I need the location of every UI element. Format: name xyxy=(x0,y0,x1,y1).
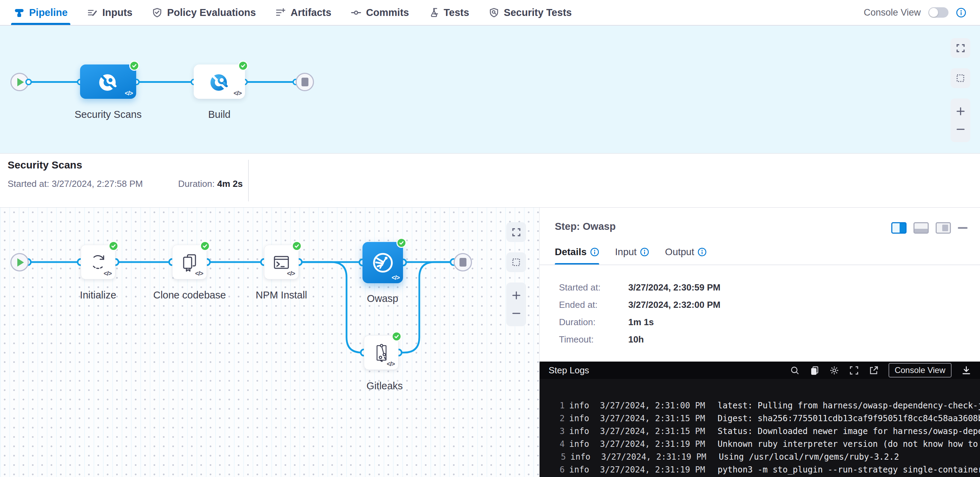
marquee-select-button[interactable] xyxy=(506,252,526,272)
tab-label: Security Tests xyxy=(504,7,572,18)
tab-inputs[interactable]: Inputs xyxy=(87,0,132,25)
log-message: Using /usr/local/rvm/gems/ruby-3.2.2 xyxy=(719,452,899,462)
log-message: python3 -m sto_plugin --run-strategy sin… xyxy=(718,465,980,475)
flask-icon xyxy=(428,7,439,18)
tab-label: Tests xyxy=(444,7,469,18)
log-timestamp: 3/27/2024, 2:31:15 PM xyxy=(600,413,705,423)
marquee-select-button[interactable] xyxy=(951,68,970,88)
step-node-initialize[interactable]: </> xyxy=(81,245,115,279)
open-in-new-icon[interactable] xyxy=(869,365,879,375)
check-icon xyxy=(394,334,399,339)
code-glyph: </> xyxy=(387,361,395,368)
info-icon[interactable] xyxy=(640,247,649,257)
top-nav: Pipeline Inputs Policy Evaluations xyxy=(0,0,980,26)
pipeline-icon xyxy=(14,7,25,18)
info-icon[interactable] xyxy=(698,247,706,257)
tab-label: Pipeline xyxy=(29,7,68,18)
fill xyxy=(900,223,905,233)
info-icon[interactable] xyxy=(956,8,966,18)
clone-codebase-icon xyxy=(180,252,199,272)
step-graph-canvas[interactable]: </> </> xyxy=(0,207,539,477)
zoom-in-icon[interactable] xyxy=(511,290,521,300)
check-icon xyxy=(294,243,299,249)
tab-tests[interactable]: Tests xyxy=(428,0,469,25)
step-label-npm-install: NPM Install xyxy=(240,289,323,301)
tab-label: Inputs xyxy=(102,7,132,18)
divider xyxy=(539,265,980,265)
zoom-in-icon[interactable] xyxy=(956,107,966,116)
console-view-button[interactable]: Console View xyxy=(889,363,951,378)
step-canvas-controls xyxy=(506,222,526,326)
step-label-initialize: Initialize xyxy=(56,289,140,301)
step-node-gitleaks[interactable]: </> xyxy=(364,335,399,370)
step-node-npm-install[interactable]: </> xyxy=(264,245,299,279)
zoom-out-icon[interactable] xyxy=(956,124,966,134)
tab-artifacts[interactable]: Artifacts xyxy=(275,0,331,25)
download-icon[interactable] xyxy=(961,365,971,375)
stage-end-node[interactable] xyxy=(453,253,472,271)
stage-start-node[interactable] xyxy=(10,253,29,271)
log-line: 4 info 3/27/2024, 2:31:19 PM Unknown rub… xyxy=(539,437,980,450)
tab-security-tests[interactable]: Security Tests xyxy=(488,0,572,25)
stage-node-security-scans[interactable]: </> xyxy=(80,64,136,99)
tab-label: Output xyxy=(665,246,694,258)
check-icon xyxy=(111,243,116,249)
tab-label: Commits xyxy=(366,7,409,18)
zoom-control xyxy=(951,99,970,142)
success-badge xyxy=(396,238,406,248)
detail-value: 10h xyxy=(628,334,721,345)
gitleaks-icon xyxy=(371,343,391,362)
view-floating-button[interactable] xyxy=(935,222,951,234)
tab-output[interactable]: Output xyxy=(665,246,706,264)
log-message: Digest: sha256:7755011cdb13caf9f95051f8c… xyxy=(718,413,980,423)
log-level: info xyxy=(569,413,589,423)
stop-icon xyxy=(460,258,466,266)
copy-icon[interactable] xyxy=(810,365,819,375)
tab-details[interactable]: Details xyxy=(555,246,599,264)
log-message: latest: Pulling from harness/owasp-depen… xyxy=(718,401,980,410)
code-glyph: </> xyxy=(287,270,295,277)
tab-label: Policy Evaluations xyxy=(167,7,256,18)
view-split-right-button[interactable] xyxy=(891,222,907,234)
code-glyph: </> xyxy=(234,90,242,97)
tab-policy-evaluations[interactable]: Policy Evaluations xyxy=(152,0,256,25)
log-timestamp: 3/27/2024, 2:31:00 PM xyxy=(600,401,705,410)
step-panel-tabs: Details Input Output xyxy=(555,246,706,264)
step-node-clone-codebase[interactable]: </> xyxy=(172,245,207,279)
settings-gear-icon[interactable] xyxy=(829,365,839,375)
fit-to-screen-button[interactable] xyxy=(951,38,970,58)
commit-icon xyxy=(351,7,361,18)
tab-label: Details xyxy=(555,246,587,258)
check-icon xyxy=(132,63,137,68)
console-view-toggle[interactable] xyxy=(928,7,948,18)
minimize-panel-button[interactable] xyxy=(958,227,967,229)
ci-stage-icon xyxy=(97,71,119,93)
tab-commits[interactable]: Commits xyxy=(351,0,409,25)
step-node-owasp[interactable]: </> xyxy=(363,242,403,283)
log-line-number: 3 xyxy=(560,426,565,436)
view-split-bottom-button[interactable] xyxy=(913,222,929,234)
step-logs-output[interactable]: 1 info 3/27/2024, 2:31:00 PM latest: Pul… xyxy=(539,379,980,477)
stage-graph-canvas[interactable]: </> </> Security Scans Build xyxy=(0,26,980,153)
fit-to-screen-button[interactable] xyxy=(506,222,526,242)
search-icon[interactable] xyxy=(790,365,800,375)
log-line: 5 info 3/27/2024, 2:31:19 PM Using /usr/… xyxy=(539,450,980,463)
stage-node-build[interactable]: </> xyxy=(194,64,245,99)
log-toolbar: Console View xyxy=(790,363,971,378)
success-badge xyxy=(238,61,248,71)
fullscreen-icon[interactable] xyxy=(849,365,859,375)
step-panel-title: Step: Owasp xyxy=(555,221,616,232)
tab-input[interactable]: Input xyxy=(615,246,649,264)
info-icon[interactable] xyxy=(590,247,599,257)
tab-pipeline[interactable]: Pipeline xyxy=(14,0,68,25)
stage-label-security-scans: Security Scans xyxy=(67,109,150,120)
fullscreen-icon xyxy=(511,227,521,237)
log-timestamp: 3/27/2024, 2:31:19 PM xyxy=(600,465,705,475)
zoom-out-icon[interactable] xyxy=(511,308,521,318)
step-logs-header: Step Logs Console View xyxy=(539,362,980,379)
detail-value: 3/27/2024, 2:30:59 PM xyxy=(628,282,721,293)
pipeline-end-node[interactable] xyxy=(296,73,314,91)
code-glyph: </> xyxy=(125,90,133,97)
panel-view-switcher xyxy=(891,222,967,234)
step-logs-title: Step Logs xyxy=(549,365,589,376)
